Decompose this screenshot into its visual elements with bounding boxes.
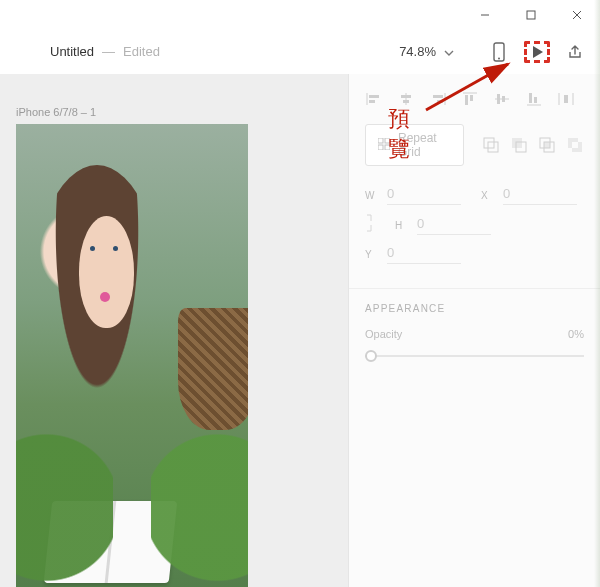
opacity-value: 0% [568,328,584,340]
artboard-label[interactable]: iPhone 6/7/8 – 1 [16,106,96,118]
desktop-preview-button[interactable] [524,41,550,63]
main-area: iPhone 6/7/8 – 1 [0,74,600,587]
x-label: X [481,190,493,201]
zoom-value: 74.8% [399,44,436,59]
boolean-ops [482,136,584,154]
align-center-h-icon[interactable] [397,91,415,107]
width-value[interactable]: 0 [387,186,461,205]
opacity-label: Opacity [365,328,402,340]
svg-rect-33 [512,138,522,148]
svg-rect-10 [401,95,411,98]
svg-rect-31 [484,138,494,148]
height-value[interactable]: 0 [417,216,491,235]
path-subtract-icon[interactable] [510,136,528,154]
svg-rect-11 [403,100,409,103]
y-value[interactable]: 0 [387,245,461,264]
svg-rect-23 [534,97,537,103]
window-minimize-button[interactable] [462,0,508,30]
path-add-icon[interactable] [482,136,500,154]
window-titlebar [0,0,600,30]
align-bottom-icon[interactable] [525,91,543,107]
align-toolbar [365,88,584,110]
repeat-grid-button[interactable]: Repeat Grid [365,124,464,166]
distribute-h-icon[interactable] [557,91,575,107]
align-top-icon[interactable] [461,91,479,107]
path-intersect-icon[interactable] [538,136,556,154]
svg-rect-19 [497,94,500,104]
svg-rect-27 [378,138,383,143]
svg-rect-40 [572,142,578,148]
document-title-group: Untitled — Edited [14,44,160,59]
opacity-slider[interactable] [365,348,584,364]
svg-rect-13 [433,95,443,98]
svg-rect-29 [378,145,383,150]
svg-rect-32 [488,142,498,152]
title-separator: — [102,44,115,59]
repeat-grid-label: Repeat Grid [398,131,451,159]
document-status: Edited [123,44,160,59]
artboard[interactable] [16,124,248,587]
lock-aspect-icon[interactable] [365,213,375,237]
svg-point-5 [498,57,500,59]
x-value[interactable]: 0 [503,186,577,205]
zoom-dropdown[interactable]: 74.8% [399,44,474,59]
width-field[interactable]: W 0 [365,186,461,205]
svg-rect-17 [470,95,473,101]
height-field[interactable]: H 0 [395,213,491,237]
document-title: Untitled [50,44,94,59]
device-preview-button[interactable] [488,41,510,63]
window-maximize-button[interactable] [508,0,554,30]
svg-rect-1 [527,11,535,19]
svg-rect-14 [437,100,443,103]
y-field[interactable]: Y 0 [365,245,461,264]
app-window: Untitled — Edited 74.8% iP [0,0,600,587]
svg-rect-22 [529,93,532,103]
width-label: W [365,190,377,201]
align-center-v-icon[interactable] [493,91,511,107]
appearance-heading: APPEARANCE [365,303,584,314]
svg-rect-8 [369,100,375,103]
placed-image[interactable] [16,124,248,587]
align-left-icon[interactable] [365,91,383,107]
svg-rect-26 [564,95,568,103]
svg-rect-16 [465,95,468,105]
x-field[interactable]: X 0 [481,186,577,205]
chevron-down-icon [444,44,454,59]
y-label: Y [365,249,377,260]
slider-thumb[interactable] [365,350,377,362]
svg-rect-37 [544,142,550,148]
svg-line-2 [573,11,581,19]
svg-rect-20 [502,96,505,102]
align-right-icon[interactable] [429,91,447,107]
app-toolbar: Untitled — Edited 74.8% [0,30,600,74]
canvas[interactable]: iPhone 6/7/8 – 1 [0,74,348,587]
svg-line-3 [573,11,581,19]
transform-section: W 0 X 0 H 0 Y 0 [365,186,584,264]
opacity-control: Opacity 0% [365,328,584,364]
grid-icon [378,138,390,153]
svg-rect-30 [385,145,390,150]
height-label: H [395,220,407,231]
share-button[interactable] [564,41,586,63]
svg-rect-28 [385,138,390,143]
svg-rect-7 [369,95,379,98]
play-icon [533,46,543,58]
properties-panel: Repeat Grid W 0 X 0 [348,74,600,587]
path-exclude-icon[interactable] [566,136,584,154]
